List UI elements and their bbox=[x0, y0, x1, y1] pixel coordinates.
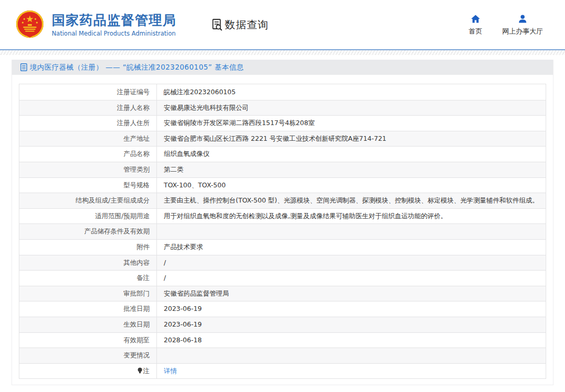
site-header: 国家药品监督管理局 National Medical Products Admi… bbox=[0, 0, 565, 49]
table-row: 附件产品技术要求 bbox=[19, 239, 546, 255]
table-row: 产品名称组织血氧成像仪 bbox=[19, 146, 546, 162]
user-icon bbox=[517, 14, 528, 24]
row-value: 2023-06-19 bbox=[157, 317, 546, 332]
row-value: 安徽易康达光电科技有限公司 bbox=[157, 100, 546, 116]
row-value: 皖械注准20232060105 bbox=[157, 84, 546, 100]
row-label: 生产地址 bbox=[19, 131, 157, 147]
table-row: 产品储存条件及有效期 bbox=[19, 223, 546, 239]
row-label: 变更情况 bbox=[19, 348, 157, 363]
header-divider-hatch bbox=[0, 50, 565, 55]
row-value: 产品技术要求 bbox=[157, 240, 546, 255]
page-title: 境内医疗器械（注册） —— “皖械注准20232060105” 基本信息 bbox=[30, 63, 244, 72]
table-row: 备注/ bbox=[19, 270, 546, 286]
info-table: 注册证编号皖械注准20232060105注册人名称安徽易康达光电科技有限公司注册… bbox=[19, 84, 546, 379]
row-label: 管理类别 bbox=[19, 162, 157, 177]
bulb-icon bbox=[138, 367, 142, 374]
row-label: 备注 bbox=[19, 271, 157, 286]
nav-home-label: 首页 bbox=[469, 27, 482, 36]
table-row: 管理类别第二类 bbox=[19, 162, 546, 177]
brand[interactable]: 国家药品监督管理局 National Medical Products Admi… bbox=[15, 9, 177, 40]
row-label: 附件 bbox=[19, 240, 157, 255]
nmpa-emblem-logo bbox=[15, 9, 45, 40]
brand-title-cn: 国家药品监督管理局 bbox=[52, 12, 177, 28]
table-row: 注册人住所安徽省铜陵市开发区翠湖二路西段1517号4栋208室 bbox=[19, 115, 546, 131]
brand-text: 国家药品监督管理局 National Medical Products Admi… bbox=[52, 12, 177, 37]
table-row: 注册证编号皖械注准20232060105 bbox=[19, 84, 546, 100]
row-value: TOX-100、TOX-500 bbox=[157, 178, 546, 193]
nav-service-hall-label: 网上办事大厅 bbox=[502, 27, 543, 36]
table-row: 适用范围/预期用途用于对组织血氧饱和度的无创检测以及成像,测量及成像结果可辅助医… bbox=[19, 208, 546, 224]
row-label: 批准日期 bbox=[19, 301, 157, 317]
row-value: 用于对组织血氧饱和度的无创检测以及成像,测量及成像结果可辅助医生对于组织血运功能… bbox=[157, 209, 546, 224]
row-value: 安徽省药品监督管理局 bbox=[157, 286, 546, 301]
table-row: 其他内容/ bbox=[19, 255, 546, 271]
table-row: 注册人名称安徽易康达光电科技有限公司 bbox=[19, 100, 546, 116]
table-row: 注详情 bbox=[19, 363, 546, 379]
row-value bbox=[157, 224, 546, 239]
row-label: 适用范围/预期用途 bbox=[19, 209, 157, 224]
row-label: 型号规格 bbox=[19, 178, 157, 193]
row-value: 2028-06-18 bbox=[157, 333, 546, 348]
document-icon bbox=[20, 63, 27, 71]
panel-title-bar: 境内医疗器械（注册） —— “皖械注准20232060105” 基本信息 bbox=[12, 60, 553, 75]
row-value: 主要由主机、操作控制台(TOX-500 型)、光源模块、空间光调制器、探测模块、… bbox=[157, 193, 546, 208]
table-row: 审批部门安徽省药品监督管理局 bbox=[19, 286, 546, 301]
section-label: 数据查询 bbox=[225, 18, 269, 32]
table-row: 变更情况 bbox=[19, 348, 546, 363]
row-value: 第二类 bbox=[157, 162, 546, 177]
row-value: 组织血氧成像仪 bbox=[157, 147, 546, 162]
table-row: 有效期至2028-06-18 bbox=[19, 332, 546, 348]
row-label: 注册人住所 bbox=[19, 116, 157, 131]
row-value: / bbox=[157, 255, 546, 271]
home-icon bbox=[470, 14, 481, 24]
table-row: 型号规格TOX-100、TOX-500 bbox=[19, 177, 546, 193]
nav-service-hall[interactable]: 网上办事大厅 bbox=[502, 14, 543, 36]
row-label: 注册人名称 bbox=[19, 100, 157, 116]
document-search-icon bbox=[211, 18, 223, 31]
row-value bbox=[157, 348, 546, 363]
details-link[interactable]: 详情 bbox=[164, 364, 177, 379]
row-label: 其他内容 bbox=[19, 255, 157, 271]
row-label: 注册证编号 bbox=[19, 84, 157, 100]
table-row: 生产地址安徽省合肥市蜀山区长江西路 2221 号安徽工业技术创新研究院A座714… bbox=[19, 131, 546, 147]
row-label: 生效日期 bbox=[19, 317, 157, 332]
row-label: 产品名称 bbox=[19, 147, 157, 162]
row-value: 2023-06-19 bbox=[157, 301, 546, 317]
row-value: / bbox=[157, 271, 546, 286]
table-row: 批准日期2023-06-19 bbox=[19, 301, 546, 317]
brand-title-en: National Medical Products Administration bbox=[52, 30, 177, 37]
detail-panel: 境内医疗器械（注册） —— “皖械注准20232060105” 基本信息 注册证… bbox=[12, 60, 553, 385]
data-query-section[interactable]: 数据查询 bbox=[211, 18, 269, 32]
row-value: 安徽省合肥市蜀山区长江西路 2221 号安徽工业技术创新研究院A座714-721 bbox=[157, 131, 546, 147]
row-value: 详情 bbox=[157, 364, 546, 379]
row-label: 注 bbox=[19, 364, 157, 379]
row-label: 产品储存条件及有效期 bbox=[19, 224, 157, 239]
row-label: 有效期至 bbox=[19, 333, 157, 348]
row-value: 安徽省铜陵市开发区翠湖二路西段1517号4栋208室 bbox=[157, 116, 546, 131]
row-label: 审批部门 bbox=[19, 286, 157, 301]
table-row: 结构及组成/主要组成成分主要由主机、操作控制台(TOX-500 型)、光源模块、… bbox=[19, 193, 546, 208]
nav-home[interactable]: 首页 bbox=[469, 14, 482, 36]
header-nav: 首页 网上办事大厅 bbox=[469, 14, 549, 36]
table-row: 生效日期2023-06-19 bbox=[19, 317, 546, 332]
row-label: 结构及组成/主要组成成分 bbox=[19, 193, 157, 208]
